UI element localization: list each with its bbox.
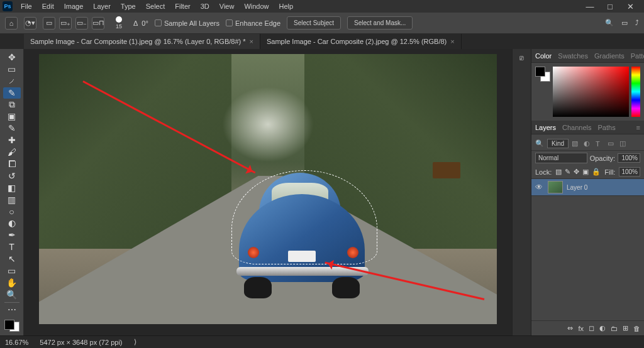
blend-mode-select[interactable]: Normal [535, 153, 587, 163]
lock-artboard-icon[interactable]: ▣ [582, 168, 589, 176]
angle-value[interactable]: 0° [142, 19, 148, 27]
doc-tab-2[interactable]: Sample Image - Car Composite (2).jpeg @ … [260, 34, 462, 49]
tab-patterns[interactable]: Patterns [631, 52, 644, 60]
new-selection-icon[interactable]: ▭ [43, 17, 55, 30]
layer-thumbnail[interactable] [548, 181, 563, 193]
group-icon[interactable]: 🗀 [611, 325, 618, 332]
quick-selection-tool[interactable]: ✎ [3, 87, 21, 99]
intersect-selection-icon[interactable]: ▭⊓ [92, 17, 104, 30]
select-subject-button[interactable]: Select Subject [287, 16, 341, 30]
maximize-button[interactable]: □ [602, 1, 618, 11]
zoom-tool[interactable]: 🔍 [3, 289, 21, 300]
menu-view[interactable]: View [215, 1, 239, 12]
search-icon[interactable]: 🔍 [535, 139, 544, 148]
history-brush-tool[interactable]: ↺ [3, 170, 21, 182]
tab-swatches[interactable]: Swatches [558, 52, 588, 60]
share-icon[interactable]: ⤴ [635, 19, 639, 27]
subtract-selection-icon[interactable]: ▭₋ [75, 17, 88, 30]
foreground-swatch[interactable] [535, 67, 545, 77]
add-selection-icon[interactable]: ▭₊ [59, 17, 72, 30]
close-icon[interactable]: × [450, 38, 454, 45]
close-button[interactable]: ✕ [623, 1, 638, 11]
lock-position-icon[interactable]: ✥ [574, 168, 579, 176]
enhance-edge-checkbox[interactable]: Enhance Edge [226, 19, 280, 27]
marquee-tool[interactable]: ▭ [3, 63, 21, 75]
minimize-button[interactable]: — [582, 1, 597, 11]
doc-tab-1[interactable]: Sample Image - Car Composite (1).jpeg @ … [24, 34, 260, 49]
layer-mask-icon[interactable]: ◻ [589, 324, 594, 332]
layer-row[interactable]: 👁 Layer 0 [531, 178, 644, 196]
filter-type-icon[interactable]: T [596, 140, 604, 148]
layer-style-icon[interactable]: fx [578, 325, 584, 332]
menu-type[interactable]: Type [116, 1, 140, 12]
menu-help[interactable]: Help [275, 1, 298, 12]
edit-toolbar-icon[interactable]: ⋯ [3, 305, 21, 316]
visibility-icon[interactable]: 👁 [535, 183, 544, 192]
hand-tool[interactable]: ✋ [3, 277, 21, 288]
zoom-level[interactable]: 16.67% [5, 339, 28, 346]
sample-all-layers-checkbox[interactable]: Sample All Layers [155, 19, 219, 27]
blur-tool[interactable]: ○ [3, 206, 21, 217]
tab-layers[interactable]: Layers [535, 124, 556, 131]
menu-file[interactable]: File [16, 1, 36, 12]
filter-pixel-icon[interactable]: ▧ [572, 139, 580, 148]
pen-tool[interactable]: ✒ [3, 229, 21, 241]
crop-tool[interactable]: ⧉ [3, 99, 21, 111]
lock-all-icon[interactable]: ▧ [555, 168, 562, 176]
spot-heal-tool[interactable]: ✚ [3, 134, 21, 146]
eyedropper-tool[interactable]: ✎ [3, 122, 21, 134]
status-chevron-icon[interactable]: ⟩ [134, 338, 136, 346]
close-icon[interactable]: × [250, 38, 253, 45]
color-field[interactable] [553, 67, 629, 117]
filter-shape-icon[interactable]: ▭ [608, 139, 616, 148]
dodge-tool[interactable]: ◐ [3, 217, 21, 229]
adjustment-layer-icon[interactable]: ◐ [599, 324, 606, 332]
trash-icon[interactable]: 🗑 [633, 325, 640, 332]
brush-tool[interactable]: 🖌 [3, 146, 21, 158]
brush-preview[interactable]: 15 [111, 15, 127, 31]
panel-menu-icon[interactable]: ≡ [636, 124, 640, 131]
menu-select[interactable]: Select [142, 1, 170, 12]
menu-filter[interactable]: Filter [170, 1, 194, 12]
path-selection-tool[interactable]: ↖ [3, 253, 21, 264]
menu-layer[interactable]: Layer [89, 1, 115, 12]
move-tool[interactable]: ✥ [3, 52, 21, 63]
select-and-mask-button[interactable]: Select and Mask... [347, 16, 413, 30]
fill-input[interactable]: 100% [619, 167, 640, 177]
picker-swatches[interactable] [535, 67, 550, 117]
layer-name[interactable]: Layer 0 [567, 184, 587, 191]
lock-icon[interactable]: 🔒 [592, 168, 601, 176]
filter-adjust-icon[interactable]: ◐ [584, 139, 592, 148]
type-tool[interactable]: T [3, 241, 21, 253]
tab-gradients[interactable]: Gradients [594, 52, 625, 60]
color-picker[interactable] [531, 63, 644, 121]
new-layer-icon[interactable]: ⊞ [623, 324, 628, 332]
search-icon[interactable]: 🔍 [605, 19, 614, 27]
doc-dimensions[interactable]: 5472 px × 3648 px (72 ppi) [40, 339, 122, 346]
kind-select[interactable]: Kind [547, 139, 569, 148]
link-layers-icon[interactable]: ⇔ [567, 324, 573, 332]
tool-preset-icon[interactable]: ◔▾ [24, 17, 36, 30]
clone-stamp-tool[interactable]: ⧠ [3, 158, 21, 170]
lasso-tool[interactable]: ⟋ [3, 75, 21, 87]
tab-paths[interactable]: Paths [598, 124, 616, 131]
menu-edit[interactable]: Edit [38, 1, 58, 12]
menu-3d[interactable]: 3D [196, 1, 214, 12]
shape-tool[interactable]: ▭ [3, 265, 21, 276]
frame-tool[interactable]: ▣ [3, 111, 21, 122]
lock-pixels-icon[interactable]: ✎ [565, 168, 570, 176]
hue-strip[interactable] [631, 67, 640, 117]
tab-color[interactable]: Color [535, 52, 552, 60]
menu-image[interactable]: Image [60, 1, 88, 12]
menu-window[interactable]: Window [240, 1, 273, 12]
panel-collapse-icon[interactable]: ⎚ [519, 54, 524, 62]
eraser-tool[interactable]: ◧ [3, 182, 21, 193]
color-swatches[interactable] [3, 318, 21, 333]
foreground-swatch[interactable] [4, 320, 14, 330]
document-canvas[interactable] [39, 54, 497, 324]
gradient-tool[interactable]: ▥ [3, 194, 21, 205]
home-icon[interactable]: ⌂ [5, 17, 18, 30]
workspace-icon[interactable]: ▭ [621, 19, 628, 27]
filter-smart-icon[interactable]: ◫ [619, 139, 628, 148]
opacity-input[interactable]: 100% [618, 153, 640, 163]
